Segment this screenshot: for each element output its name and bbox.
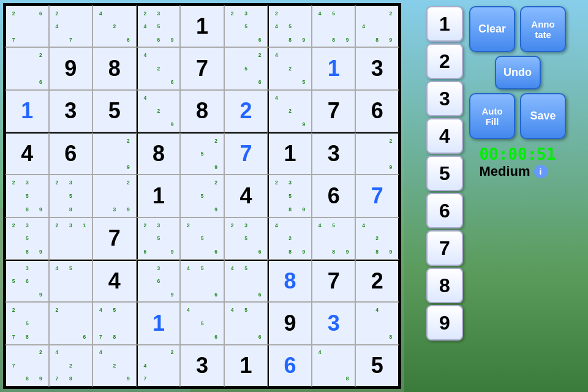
cell-annotations-r7-c0: 2578 [7, 303, 48, 343]
ann-r6-c1-2: 5 [64, 262, 78, 274]
cell-r1-c4[interactable]: 7 [180, 47, 224, 89]
cell-r6-c0[interactable]: 3569 [5, 260, 49, 302]
cell-r5-c5[interactable]: 2356 [224, 217, 268, 260]
number-btn-9[interactable]: 9 [426, 305, 463, 341]
cell-r3-c3[interactable]: 8 [137, 132, 181, 175]
cell-r5-c1[interactable]: 231 [49, 217, 93, 260]
cell-r2-c8[interactable]: 6 [355, 90, 399, 132]
cell-r2-c1[interactable]: 3 [49, 90, 93, 132]
cell-r6-c4[interactable]: 456 [180, 260, 224, 302]
cell-r0-c0[interactable]: 267 [5, 5, 49, 47]
cell-r0-c4[interactable]: 1 [180, 5, 224, 47]
cell-r7-c2[interactable]: 4578 [92, 302, 137, 344]
cell-r8-c1[interactable]: 4278 [49, 345, 93, 387]
cell-r7-c0[interactable]: 2578 [5, 302, 49, 344]
cell-r6-c5[interactable]: 456 [224, 260, 268, 302]
annotate-button[interactable]: Annotate [520, 6, 566, 52]
cell-r4-c4[interactable]: 259 [180, 175, 224, 217]
cell-r2-c0[interactable]: 1 [5, 90, 49, 132]
number-btn-6[interactable]: 6 [426, 193, 463, 228]
cell-r8-c7[interactable]: 48 [312, 345, 356, 387]
cell-r8-c5[interactable]: 1 [224, 345, 268, 387]
cell-r1-c8[interactable]: 3 [355, 47, 399, 89]
cell-r8-c4[interactable]: 3 [180, 345, 224, 387]
info-button[interactable]: i [534, 165, 548, 178]
cell-r3-c1[interactable]: 6 [49, 132, 93, 175]
cell-r6-c2[interactable]: 4 [92, 260, 137, 302]
undo-button[interactable]: Undo [495, 56, 541, 89]
cell-r6-c1[interactable]: 45 [49, 260, 93, 302]
cell-r8-c8[interactable]: 5 [355, 345, 399, 387]
cell-r4-c2[interactable]: 239 [92, 175, 137, 217]
cell-r0-c5[interactable]: 2356 [224, 5, 268, 47]
cell-r2-c7[interactable]: 7 [312, 90, 356, 132]
cell-r4-c1[interactable]: 2358 [49, 175, 93, 217]
cell-r5-c6[interactable]: 4289 [268, 217, 312, 260]
cell-r5-c0[interactable]: 23589 [5, 217, 49, 260]
cell-r8-c2[interactable]: 429 [92, 345, 137, 387]
cell-r0-c7[interactable]: 4589 [312, 5, 356, 47]
cell-r2-c4[interactable]: 8 [180, 90, 224, 132]
cell-r2-c6[interactable]: 429 [268, 90, 312, 132]
cell-r8-c6[interactable]: 6 [268, 345, 312, 387]
cell-r4-c0[interactable]: 23589 [5, 175, 49, 217]
number-btn-4[interactable]: 4 [426, 118, 463, 154]
cell-r6-c6[interactable]: 8 [268, 260, 312, 302]
cell-r6-c7[interactable]: 7 [312, 260, 356, 302]
cell-r1-c1[interactable]: 9 [49, 47, 93, 89]
ann-r8-c0-9: 9 [34, 372, 47, 385]
cell-r0-c8[interactable]: 2489 [355, 5, 399, 47]
cell-r1-c5[interactable]: 256 [224, 47, 268, 89]
cell-r7-c5[interactable]: 456 [224, 302, 268, 344]
number-btn-7[interactable]: 7 [426, 230, 463, 266]
number-btn-5[interactable]: 5 [426, 156, 463, 191]
cell-r0-c2[interactable]: 426 [92, 5, 137, 47]
cell-r0-c6[interactable]: 24589 [268, 5, 312, 47]
number-btn-3[interactable]: 3 [426, 81, 463, 116]
cell-r7-c7[interactable]: 3 [312, 302, 356, 344]
cell-r1-c3[interactable]: 426 [137, 47, 181, 89]
cell-r6-c3[interactable]: 369 [137, 260, 181, 302]
cell-r3-c6[interactable]: 1 [268, 132, 312, 175]
cell-r7-c3[interactable]: 1 [137, 302, 181, 344]
number-btn-8[interactable]: 8 [426, 268, 463, 303]
clear-button[interactable]: Clear [469, 6, 515, 52]
cell-r4-c8[interactable]: 7 [355, 175, 399, 217]
cell-r8-c0[interactable]: 2789 [5, 345, 49, 387]
cell-r4-c6[interactable]: 23589 [268, 175, 312, 217]
cell-r3-c0[interactable]: 4 [5, 132, 49, 175]
cell-r4-c5[interactable]: 4 [224, 175, 268, 217]
cell-r1-c6[interactable]: 425 [268, 47, 312, 89]
cell-r3-c8[interactable]: 29 [355, 132, 399, 175]
cell-r5-c4[interactable]: 256 [180, 217, 224, 260]
cell-r7-c1[interactable]: 26 [49, 302, 93, 344]
cell-r8-c3[interactable]: 247 [137, 345, 181, 387]
cell-r5-c3[interactable]: 23569 [137, 217, 181, 260]
number-btn-1[interactable]: 1 [426, 6, 463, 42]
cell-r4-c7[interactable]: 6 [312, 175, 356, 217]
cell-r5-c2[interactable]: 7 [92, 217, 137, 260]
cell-r7-c6[interactable]: 9 [268, 302, 312, 344]
cell-r2-c5[interactable]: 2 [224, 90, 268, 132]
cell-r7-c8[interactable]: 48 [355, 302, 399, 344]
cell-r1-c2[interactable]: 8 [92, 47, 137, 89]
cell-r0-c1[interactable]: 247 [49, 5, 93, 47]
cell-r5-c7[interactable]: 4589 [312, 217, 356, 260]
cell-r6-c8[interactable]: 2 [355, 260, 399, 302]
number-btn-2[interactable]: 2 [426, 43, 463, 79]
cell-r3-c7[interactable]: 3 [312, 132, 356, 175]
cell-r3-c4[interactable]: 259 [180, 132, 224, 175]
cell-r0-c3[interactable]: 234569 [137, 5, 181, 47]
save-button[interactable]: Save [520, 93, 566, 139]
cell-r2-c2[interactable]: 5 [92, 90, 137, 132]
cell-r1-c7[interactable]: 1 [312, 47, 356, 89]
cell-r3-c5[interactable]: 7 [224, 132, 268, 175]
ann-r2-c6-3 [297, 91, 311, 105]
cell-r5-c8[interactable]: 4289 [355, 217, 399, 260]
cell-r2-c3[interactable]: 429 [137, 90, 181, 132]
autofill-button[interactable]: AutoFill [469, 93, 515, 139]
cell-r4-c3[interactable]: 1 [137, 175, 181, 217]
cell-r1-c0[interactable]: 26 [5, 47, 49, 89]
cell-r3-c2[interactable]: 29 [92, 132, 137, 175]
cell-r7-c4[interactable]: 456 [180, 302, 224, 344]
